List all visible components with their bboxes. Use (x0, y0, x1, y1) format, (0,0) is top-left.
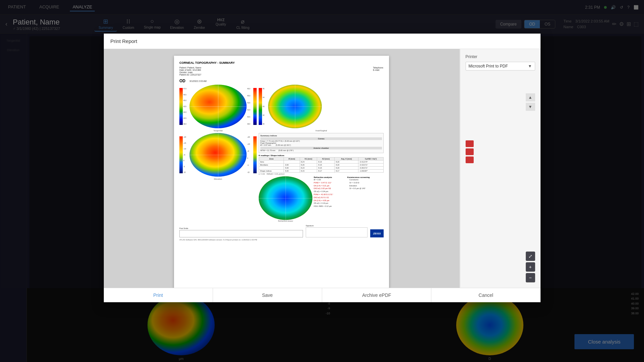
telephone-label: Telephone: (373, 66, 384, 69)
modal-body: CORNEAL TOPOGRAPHY - SUMMARY Patient: Pa… (104, 49, 541, 288)
dob-value: 3/1/1980 (192, 69, 201, 71)
cancel-button[interactable]: Cancel (431, 288, 540, 302)
gender-value: male (188, 71, 192, 74)
email-label: E-mail: (373, 69, 380, 71)
signature-section: Signature (306, 225, 368, 237)
zoom-out-button[interactable]: − (526, 273, 535, 282)
zoom-fullscreen-button[interactable]: ⤢ (526, 252, 535, 261)
sagittal-label: Axial/Sagittal (259, 130, 384, 132)
report-date: 3/1/2022 2:03 AM (189, 80, 207, 82)
elevation-label: Elevation (179, 178, 257, 180)
printer-label: Printer (466, 54, 535, 59)
color-swatch-red-2[interactable] (466, 148, 474, 155)
od-report-label: OD (179, 79, 185, 83)
tangential-label: Tangential (179, 130, 257, 132)
summary-indices: Summary indices Cornea Kmax = 7.71 mm (4… (259, 133, 384, 153)
zoom-in-button[interactable]: + (526, 262, 535, 272)
elevation-map-container: +20+15+10+50-5-10 (179, 133, 257, 177)
post-smile-section: Post Smile (179, 227, 303, 237)
report-page: CORNEAL TOPOGRAPHY - SUMMARY Patient: Pa… (174, 56, 389, 288)
dob-label: Date of birth: (179, 69, 192, 71)
zeiss-logo: ZEISS (370, 229, 384, 237)
id-value: 225137327 (190, 74, 202, 76)
report-patient-name: Patient, Name (187, 66, 201, 69)
archive-button[interactable]: Archive ePDF (322, 288, 431, 302)
refractive-keratoconus: Refractive analysis Keratoconus screenin… (314, 176, 384, 208)
color-swatches (466, 140, 535, 163)
report-preview[interactable]: CORNEAL TOPOGRAPHY - SUMMARY Patient: Pa… (104, 49, 460, 288)
gender-label: Gender: (179, 71, 187, 74)
print-report-modal: Print Report CORNEAL TOPOGRAPHY - SUMMAR… (104, 34, 541, 302)
printer-selector[interactable]: Microsoft Print to PDF ▼ (466, 62, 535, 71)
color-swatch-red-3[interactable] (466, 156, 474, 163)
tangential-map-container: 47.046.545.043.542.040.539.0 (179, 85, 257, 128)
modal-footer: Print Save Archive ePDF Cancel (104, 288, 541, 302)
patient-label: Patient: (179, 66, 187, 69)
id-label: Patient-ID: (179, 74, 190, 76)
scroll-up-button[interactable]: ▲ (526, 93, 535, 101)
k-readings-section: K readings / Shape indices ZoneØ [mm]K1 … (259, 154, 384, 175)
printer-dropdown-arrow: ▼ (528, 64, 532, 69)
refpower-label: Refractive power (259, 220, 312, 222)
scroll-down-button[interactable]: ▼ (526, 103, 535, 111)
color-swatch-red-1[interactable] (466, 140, 474, 147)
modal-overlay: Print Report CORNEAL TOPOGRAPHY - SUMMAR… (0, 0, 644, 362)
report-patient-info: Patient: Patient, Name Date of birth: 3/… (179, 66, 384, 76)
report-footer: Post Smile Signature ZEISS (179, 225, 384, 237)
modal-header: Print Report (104, 34, 541, 49)
atlas-footer: ATLAS Software S/N: 3601100008 Software … (179, 239, 384, 241)
print-button[interactable]: Print (104, 288, 213, 302)
save-button[interactable]: Save (213, 288, 322, 302)
modal-title: Print Report (111, 38, 137, 44)
refpower-map-container: Refractive power (259, 176, 312, 222)
printer-selected-value: Microsoft Print to PDF (469, 64, 508, 69)
report-sidebar: Printer Microsoft Print to PDF ▼ ▲ ▼ (460, 49, 541, 288)
sagittal-map-container: 4644434240 (259, 85, 384, 128)
report-heading: CORNEAL TOPOGRAPHY - SUMMARY (179, 61, 384, 64)
